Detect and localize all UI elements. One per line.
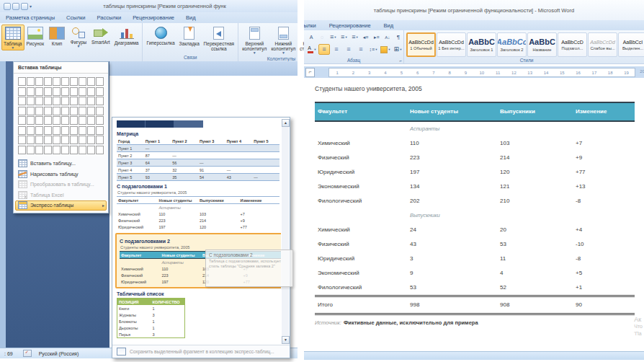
tab-right-0[interactable]: Рассылки [304,22,323,29]
quick-tables-menu-item[interactable]: Экспресс-таблицы▸ [15,200,107,211]
clear-formatting-button[interactable] [317,32,327,43]
tab-4[interactable]: Вид [180,14,202,21]
table-grid-cell[interactable] [79,87,86,96]
save-selection-item[interactable]: Сохранить выделенный фрагмент в коллекци… [112,345,290,358]
таблица-button[interactable]: Таблица▼ [1,25,24,50]
multilevel-list-button[interactable]: ▾ [349,32,359,43]
нижний-колонтитул-button[interactable]: Нижний колонтитул▼ [269,25,298,56]
table-grid-cell[interactable] [61,116,69,125]
table-grid-cell[interactable] [96,97,104,105]
table-grid-cell[interactable] [27,116,35,125]
диаграмма-button[interactable]: Диаграмма [112,25,141,47]
table-grid-cell[interactable] [18,87,26,96]
table-grid-cell[interactable] [87,146,95,154]
клип-button[interactable]: Клип [46,25,68,48]
justify-button[interactable] [355,44,367,55]
bullets-button[interactable]: ▾ [328,32,338,43]
table-grid-cell[interactable] [61,97,69,105]
table-grid-cell[interactable] [18,107,26,115]
style-card-5[interactable]: AaBbCcDПодзагол... [558,32,587,57]
tab-right-2[interactable]: Вид [377,22,401,29]
table-grid-cell[interactable] [96,126,104,135]
draw-table-menu-item[interactable]: Нарисовать таблицу [15,169,107,180]
table-grid-cell[interactable] [61,77,69,86]
table-grid-cell[interactable] [18,126,26,135]
table-grid-cell[interactable] [70,107,78,115]
table-grid-cell[interactable] [61,146,69,154]
table-grid-cell[interactable] [35,136,43,144]
dialog-launcher-icon[interactable]: ⌐ [399,58,402,63]
table-grid-cell[interactable] [87,126,95,135]
tab-right-1[interactable]: Рецензирование [323,22,377,29]
word-count[interactable]: : 69 [4,351,13,356]
style-card-6[interactable]: AaBbCcDdСлабое вы... [588,32,617,57]
table-grid-cell[interactable] [87,77,95,86]
borders-button[interactable]: ▾ [392,44,403,55]
gallery-item-tablist[interactable]: ПОЗИЦИЯКОЛИЧЕСТВОКниги1Журналы3Блокноты1… [117,298,281,338]
style-card-2[interactable]: AaBbCЗаголовок 1 [467,32,496,57]
save-icon[interactable] [4,3,11,10]
table-grid-cell[interactable] [53,116,61,125]
table-grid-cell[interactable] [96,107,104,115]
table-grid-cell[interactable] [27,87,35,96]
table-grid-cell[interactable] [35,126,43,135]
excel-table-menu-item[interactable]: Таблица Excel [15,190,107,200]
table-grid-cell[interactable] [27,77,35,86]
table-grid-cell[interactable] [53,126,61,135]
table-grid-cell[interactable] [70,116,78,125]
undo-icon[interactable] [12,3,19,10]
gallery-partial-table[interactable] [117,120,203,128]
table-grid-cell[interactable] [79,107,86,115]
table-grid-cell[interactable] [96,136,104,144]
table-grid-cell[interactable] [27,146,35,154]
table-grid-cell[interactable] [44,116,52,125]
table-grid-cell[interactable] [70,136,78,144]
table-grid-cell[interactable] [79,97,86,105]
style-card-3[interactable]: AaBbCcЗаголовок 2 [497,32,527,57]
tab-0[interactable]: Разметка страницы [0,14,61,21]
перекрестная-ссылка-button[interactable]: Перекрестная ссылка [202,25,236,53]
table-grid-cell[interactable] [27,97,35,105]
table-grid-cell[interactable] [18,116,26,125]
table-grid-cell[interactable] [35,87,43,96]
table-grid-cell[interactable] [53,77,61,86]
style-card-4[interactable]: AaBbCНазвание [527,32,557,57]
tab-stop-selector[interactable]: ⌐ [305,68,315,77]
table-grid-cell[interactable] [70,87,78,96]
table-grid-cell[interactable] [27,126,35,135]
верхний-колонтитул-button[interactable]: Верхний колонтитул▼ [240,25,269,56]
numbering-button[interactable]: ▾ [339,32,349,43]
spellcheck-icon[interactable] [23,350,32,357]
print-icon[interactable] [21,3,28,10]
table-grid-cell[interactable] [44,136,52,144]
table-grid-cell[interactable] [18,97,26,105]
table-grid-cell[interactable] [35,116,43,125]
table-grid-cell[interactable] [96,116,104,125]
table-grid-cell[interactable] [44,126,52,135]
table-grid-cell[interactable] [35,146,43,154]
tab-1[interactable]: Ссылки [61,14,91,21]
align-right-button[interactable] [343,44,354,55]
align-left-button[interactable] [318,44,330,55]
table-grid-cell[interactable] [87,87,95,96]
table-grid-cell[interactable] [53,136,61,144]
table-grid-cell[interactable] [79,136,86,144]
table-grid-cell[interactable] [44,146,52,154]
insert-table-menu-item[interactable]: Вставить таблицу... [15,159,107,169]
language-indicator[interactable]: Русский (Россия) [39,351,79,356]
table-grid-cell[interactable] [53,146,61,154]
table-grid-cell[interactable] [18,146,26,154]
document-area[interactable]: Студенты нашего университета, 2005 Факул… [304,78,644,352]
shrink-font-button[interactable] [306,32,316,43]
table-grid-cell[interactable] [70,126,78,135]
align-center-button[interactable] [331,44,342,55]
table-grid-cell[interactable] [44,97,52,105]
table-grid-cell[interactable] [61,107,69,115]
style-card-7[interactable]: AaBbCcIВыделен... [618,32,644,57]
table-grid-cell[interactable] [79,77,86,86]
tab-3[interactable]: Рецензирование [127,14,180,21]
закладка-button[interactable]: Закладка [177,25,202,48]
scroll-up-icon[interactable]: ▲ [282,119,290,127]
table-grid-cell[interactable] [35,77,43,86]
sort-button[interactable] [383,32,393,43]
